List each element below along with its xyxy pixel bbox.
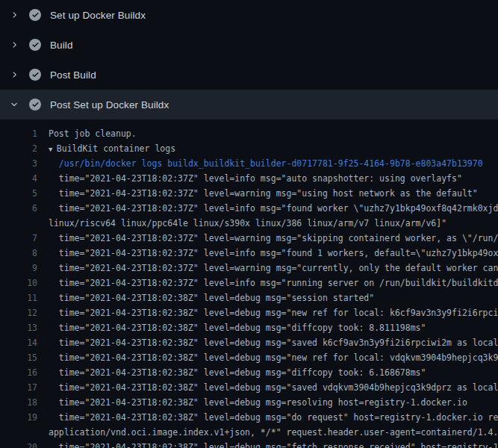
log-line: 5 time="2021-04-23T18:02:37Z" level=warn…	[0, 186, 498, 201]
log-text: linux/riscv64 linux/ppc64le linux/s390x …	[49, 216, 446, 231]
check-circle-icon	[29, 99, 41, 111]
step-row-set-up-docker-buildx[interactable]: Set up Docker Buildx	[0, 0, 498, 30]
step-row-post-set-up-docker-buildx[interactable]: Post Set up Docker Buildx	[0, 90, 498, 119]
log-text: application/vnd.oci.image.index.v1+json,…	[49, 425, 498, 440]
line-number[interactable]: 18	[0, 395, 37, 410]
step-label: Post Build	[50, 69, 96, 81]
log-line: 20 time="2021-04-23T18:02:38Z" level=deb…	[0, 440, 498, 448]
chevron-right-icon	[10, 70, 19, 79]
log-line: 7 time="2021-04-23T18:02:37Z" level=warn…	[0, 231, 498, 246]
step-row-post-build[interactable]: Post Build	[0, 60, 498, 90]
log-line: 13 time="2021-04-23T18:02:38Z" level=deb…	[0, 320, 498, 335]
log-line: 4 time="2021-04-23T18:02:37Z" level=info…	[0, 171, 498, 186]
line-number[interactable]: 7	[0, 231, 37, 246]
log-line: 12 time="2021-04-23T18:02:38Z" level=deb…	[0, 305, 498, 320]
step-label: Post Set up Docker Buildx	[50, 99, 169, 111]
line-number[interactable]: 5	[0, 186, 37, 201]
line-number[interactable]: 14	[0, 335, 37, 350]
log-line: 6 time="2021-04-23T18:02:37Z" level=info…	[0, 201, 498, 216]
steps-list: Set up Docker Buildx Build	[0, 0, 498, 119]
log-text: time="2021-04-23T18:02:37Z" level=info m…	[49, 171, 462, 186]
group-collapse-toggle-icon[interactable]: ▼	[49, 142, 57, 157]
log-line: 9 time="2021-04-23T18:02:37Z" level=warn…	[0, 261, 498, 276]
log-text: time="2021-04-23T18:02:37Z" level=info m…	[49, 201, 498, 216]
log-text: time="2021-04-23T18:02:38Z" level=debug …	[49, 380, 498, 395]
log-line: 10 time="2021-04-23T18:02:37Z" level=inf…	[0, 276, 498, 290]
line-number[interactable]: 17	[0, 380, 37, 395]
log-text: time="2021-04-23T18:02:37Z" level=warnin…	[49, 231, 498, 246]
log-line: 3 /usr/bin/docker logs buildx_buildkit_b…	[0, 156, 498, 171]
log-text: time="2021-04-23T18:02:38Z" level=debug …	[49, 320, 426, 335]
line-number[interactable]: 11	[0, 290, 37, 305]
log-line: 15 time="2021-04-23T18:02:38Z" level=deb…	[0, 350, 498, 365]
line-number[interactable]: 13	[0, 320, 37, 335]
group-title[interactable]: BuildKit container logs	[57, 143, 175, 154]
chevron-down-icon	[10, 100, 19, 109]
line-number[interactable]: 1	[0, 126, 37, 141]
log-line: application/vnd.oci.image.index.v1+json,…	[0, 425, 498, 440]
chevron-right-icon	[10, 10, 19, 19]
line-number[interactable]: 3	[0, 156, 37, 171]
log-text: time="2021-04-23T18:02:37Z" level=info m…	[49, 246, 498, 261]
log-viewer: 1 Post job cleanup. 2 ▼BuildKit containe…	[0, 119, 498, 448]
log-line: linux/riscv64 linux/ppc64le linux/s390x …	[0, 216, 498, 231]
log-text: time="2021-04-23T18:02:38Z" level=debug …	[49, 335, 498, 350]
line-number[interactable]: 16	[0, 365, 37, 380]
log-line: 11 time="2021-04-23T18:02:38Z" level=deb…	[0, 290, 498, 305]
line-number[interactable]: 2	[0, 141, 37, 156]
log-text: time="2021-04-23T18:02:38Z" level=debug …	[49, 365, 426, 380]
check-circle-icon	[29, 69, 41, 81]
log-line: 1 Post job cleanup.	[0, 126, 498, 141]
check-circle-icon	[29, 9, 41, 21]
log-text: time="2021-04-23T18:02:37Z" level=warnin…	[49, 261, 498, 276]
log-text: time="2021-04-23T18:02:38Z" level=debug …	[49, 305, 498, 320]
log-text: ▼BuildKit container logs	[49, 141, 175, 156]
line-number[interactable]: 15	[0, 350, 37, 365]
step-row-build[interactable]: Build	[0, 30, 498, 60]
log-line: 14 time="2021-04-23T18:02:38Z" level=deb…	[0, 335, 498, 350]
log-line: 19 time="2021-04-23T18:02:38Z" level=deb…	[0, 410, 498, 425]
line-number[interactable]: 9	[0, 261, 37, 276]
log-text: time="2021-04-23T18:02:38Z" level=debug …	[49, 395, 467, 410]
line-number[interactable]: 12	[0, 305, 37, 320]
log-text: Post job cleanup.	[49, 126, 137, 141]
line-number	[0, 425, 37, 440]
log-text: time="2021-04-23T18:02:37Z" level=info m…	[49, 276, 498, 290]
log-text: time="2021-04-23T18:02:37Z" level=warnin…	[49, 186, 478, 201]
line-number[interactable]: 10	[0, 276, 37, 290]
line-number[interactable]: 8	[0, 246, 37, 261]
log-text: time="2021-04-23T18:02:38Z" level=debug …	[49, 290, 374, 305]
log-line: 16 time="2021-04-23T18:02:38Z" level=deb…	[0, 365, 498, 380]
log-text: time="2021-04-23T18:02:38Z" level=debug …	[49, 350, 498, 365]
line-number[interactable]: 6	[0, 201, 37, 216]
step-label: Set up Docker Buildx	[50, 10, 146, 21]
line-number[interactable]: 20	[0, 440, 37, 448]
check-circle-icon	[29, 39, 41, 51]
line-number	[0, 216, 37, 231]
line-number[interactable]: 19	[0, 410, 37, 425]
log-line: 8 time="2021-04-23T18:02:37Z" level=info…	[0, 246, 498, 261]
log-line: 18 time="2021-04-23T18:02:38Z" level=deb…	[0, 395, 498, 410]
step-label: Build	[50, 40, 73, 51]
log-text: time="2021-04-23T18:02:38Z" level=debug …	[49, 410, 498, 425]
chevron-right-icon	[10, 40, 19, 49]
log-line: 2 ▼BuildKit container logs	[0, 141, 498, 156]
log-text: time="2021-04-23T18:02:38Z" level=debug …	[49, 440, 498, 448]
log-line: 17 time="2021-04-23T18:02:38Z" level=deb…	[0, 380, 498, 395]
log-text: /usr/bin/docker logs buildx_buildkit_bui…	[49, 156, 483, 171]
line-number[interactable]: 4	[0, 171, 37, 186]
